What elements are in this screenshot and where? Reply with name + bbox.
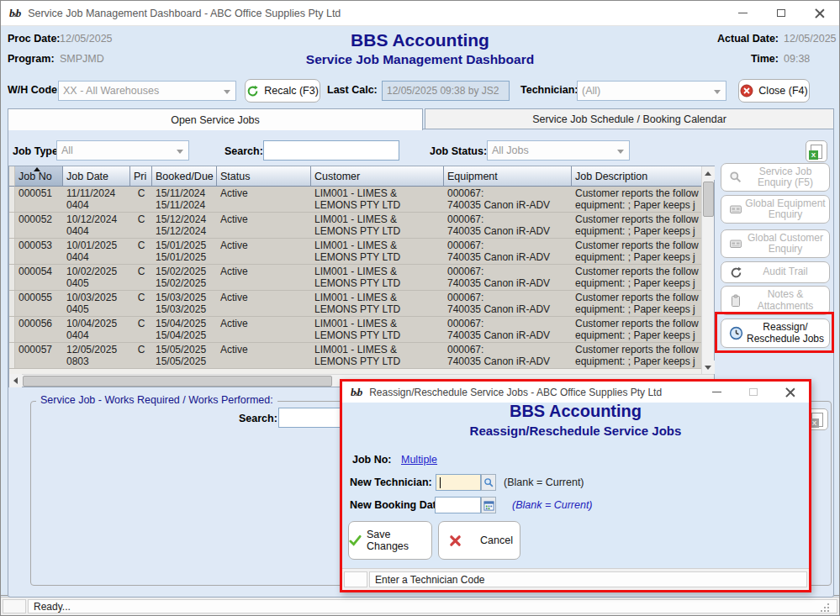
cell-pri: C — [130, 343, 152, 368]
recalc-label: Recalc (F3) — [264, 85, 319, 97]
header-booked-due[interactable]: Booked/Due — [152, 166, 217, 187]
table-row[interactable]: 00005712/05/20250803C15/05/202515/05/202… — [9, 343, 701, 369]
cell-job-no: 000056 — [15, 317, 63, 342]
recalc-button[interactable]: Recalc (F3) — [245, 79, 320, 103]
cell-booked-due: 15/02/202515/02/2025 — [152, 265, 217, 290]
search-label: Search: — [225, 145, 263, 157]
close-button[interactable] — [800, 1, 839, 25]
technician-combo[interactable]: (All) — [577, 81, 726, 101]
global-customer-enquiry-button[interactable]: Global Customer Enquiry — [721, 229, 830, 258]
export-excel-button[interactable]: X — [806, 140, 827, 162]
red-x-circle-icon — [740, 84, 753, 97]
job-table-body: 00005111/11/20240404C15/11/202415/11/202… — [9, 187, 701, 369]
dialog-minimize-button[interactable] — [698, 382, 735, 403]
booking-hint: (Blank = Current) — [512, 499, 593, 511]
cell-description: Customer reports the followequipment: ; … — [572, 187, 701, 212]
header-status[interactable]: Status — [217, 166, 311, 187]
cell-pri: C — [130, 317, 152, 342]
row-selector[interactable] — [9, 213, 15, 238]
cell-pri: C — [130, 265, 152, 290]
statusbar-segment — [3, 599, 26, 613]
close-icon — [785, 387, 795, 398]
table-row[interactable]: 00005510/03/20250405C15/03/202515/03/202… — [9, 291, 701, 317]
chevron-down-icon — [177, 150, 183, 154]
horizontal-scroll-thumb[interactable] — [23, 376, 332, 387]
job-status-combo[interactable]: All Jobs — [487, 140, 630, 161]
job-no-multiple-link[interactable]: Multiple — [401, 454, 437, 466]
cell-booked-due: 15/12/202415/12/2024 — [152, 213, 217, 238]
technician-label: Technician: — [520, 84, 578, 96]
reassign-reschedule-button[interactable]: Reassign/ Reschedule Jobs — [721, 319, 830, 348]
booking-date-calendar-button[interactable] — [481, 497, 496, 513]
maximize-button[interactable] — [762, 1, 800, 25]
resize-grip[interactable] — [827, 603, 829, 605]
actual-date-value: 12/05/2025 — [784, 33, 837, 45]
time-value: 09:38 — [784, 53, 810, 65]
header-pri[interactable]: Pri — [130, 166, 152, 187]
app-icon: bsb — [351, 386, 362, 399]
actual-date-label: Actual Date: — [707, 33, 779, 45]
chevron-down-icon — [224, 90, 230, 94]
header-job-date[interactable]: Job Date — [63, 166, 130, 187]
cell-job-no: 000055 — [15, 291, 63, 316]
row-selector[interactable] — [9, 343, 15, 368]
green-check-icon — [349, 534, 362, 547]
scroll-left-button[interactable] — [9, 374, 22, 387]
cell-job-no: 000053 — [15, 239, 63, 264]
service-job-enquiry-button[interactable]: Service Job Enquiry (F5) — [721, 163, 830, 192]
cell-pri: C — [130, 187, 152, 212]
cell-job-date: 10/04/20250404 — [63, 317, 130, 342]
cell-booked-due: 15/04/202515/04/2025 — [152, 317, 217, 342]
table-row[interactable]: 00005210/12/20240404C15/12/202415/12/202… — [9, 213, 701, 239]
cell-customer: LIM001 - LIMES &LEMONS PTY LTD — [311, 265, 444, 290]
works-search-label: Search: — [239, 413, 277, 424]
row-selector[interactable] — [9, 239, 15, 264]
vertical-scroll-thumb[interactable] — [703, 182, 714, 217]
cell-job-no: 000052 — [15, 213, 63, 238]
new-booking-date-input[interactable] — [435, 497, 481, 513]
header-customer[interactable]: Customer — [311, 166, 444, 187]
header-job-no[interactable]: Job No — [15, 166, 63, 187]
text-caret — [440, 477, 441, 488]
table-row[interactable]: 00005610/04/20250404C15/04/202515/04/202… — [9, 317, 701, 343]
table-row[interactable]: 00005310/01/20250404C15/01/202515/01/202… — [9, 239, 701, 265]
save-changes-button[interactable]: Save Changes — [348, 521, 432, 560]
main-titlebar: bsb Service Job Management Dashboard - A… — [1, 1, 839, 26]
notes-attachments-button[interactable]: Notes & Attachments — [721, 286, 830, 315]
close-f4-button[interactable]: Close (F4) — [738, 79, 810, 103]
row-selector[interactable] — [9, 265, 15, 290]
excel-export-icon: X — [811, 145, 822, 159]
app-icon: bsb — [9, 7, 20, 20]
technician-lookup-button[interactable] — [481, 474, 496, 491]
row-selector[interactable] — [9, 187, 15, 212]
scroll-down-button[interactable] — [702, 361, 715, 374]
header-equipment[interactable]: Equipment — [444, 166, 572, 187]
minimize-button[interactable] — [723, 1, 762, 25]
job-type-combo[interactable]: All — [56, 140, 189, 161]
row-selector[interactable] — [9, 291, 15, 316]
scroll-up-button[interactable] — [702, 166, 715, 180]
vertical-scrollbar[interactable] — [701, 166, 714, 374]
minimize-icon — [712, 392, 721, 392]
equipment-icon — [726, 203, 745, 216]
cancel-button[interactable]: Cancel — [438, 521, 520, 560]
table-row[interactable]: 00005111/11/20240404C15/11/202415/11/202… — [9, 187, 701, 213]
audit-trail-button[interactable]: Audit Trail — [721, 261, 830, 283]
cell-job-date: 12/05/20250803 — [63, 343, 130, 368]
cell-equipment: 000067:740035 Canon iR-ADV — [444, 317, 572, 342]
wh-code-combo[interactable]: XX - All Warehouses — [58, 81, 236, 101]
cell-customer: LIM001 - LIMES &LEMONS PTY LTD — [311, 317, 444, 342]
dialog-close-button[interactable] — [772, 382, 809, 403]
dialog-maximize-button — [735, 382, 772, 403]
new-technician-input[interactable] — [436, 474, 481, 491]
cell-pri: C — [130, 239, 152, 264]
table-row[interactable]: 00005410/02/20250405C15/02/202515/02/202… — [9, 265, 701, 291]
row-selector[interactable] — [9, 317, 15, 342]
cell-job-no: 000051 — [15, 187, 63, 212]
header-job-description[interactable]: Job Description — [572, 166, 701, 187]
tab-open-service-jobs[interactable]: Open Service Jobs — [8, 108, 423, 130]
search-input[interactable] — [263, 140, 399, 161]
tab-schedule-calendar[interactable]: Service Job Schedule / Booking Calendar — [425, 108, 834, 129]
global-equipment-enquiry-button[interactable]: Global Equipment Enquiry — [721, 195, 830, 224]
cell-equipment: 000067:740035 Canon iR-ADV — [444, 213, 572, 238]
